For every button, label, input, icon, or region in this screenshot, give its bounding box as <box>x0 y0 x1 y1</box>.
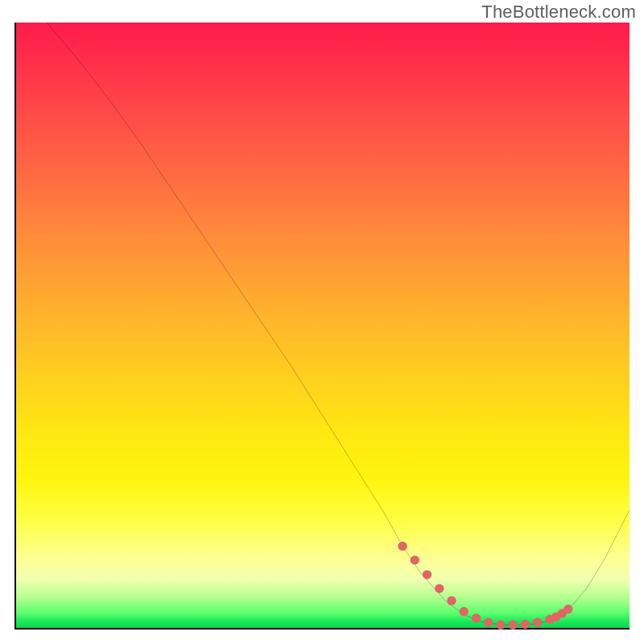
optimal-dot <box>411 555 419 564</box>
optimal-range-dots <box>398 542 572 630</box>
bottleneck-curve <box>47 23 630 625</box>
optimal-dot <box>533 618 542 627</box>
optimal-dot <box>484 618 493 627</box>
plot-area <box>14 23 630 630</box>
optimal-dot <box>460 607 469 616</box>
optimal-dot <box>472 613 481 622</box>
optimal-dot <box>509 621 518 630</box>
optimal-dot <box>496 621 505 630</box>
optimal-dot <box>564 605 572 613</box>
optimal-dot <box>521 620 530 629</box>
curve-svg <box>16 23 630 628</box>
optimal-dot <box>398 542 407 551</box>
optimal-dot <box>423 570 431 579</box>
optimal-dot <box>447 597 456 605</box>
watermark-text: TheBottleneck.com <box>481 2 636 23</box>
chart-container: TheBottleneck.com <box>0 0 644 644</box>
optimal-dot <box>435 584 444 592</box>
